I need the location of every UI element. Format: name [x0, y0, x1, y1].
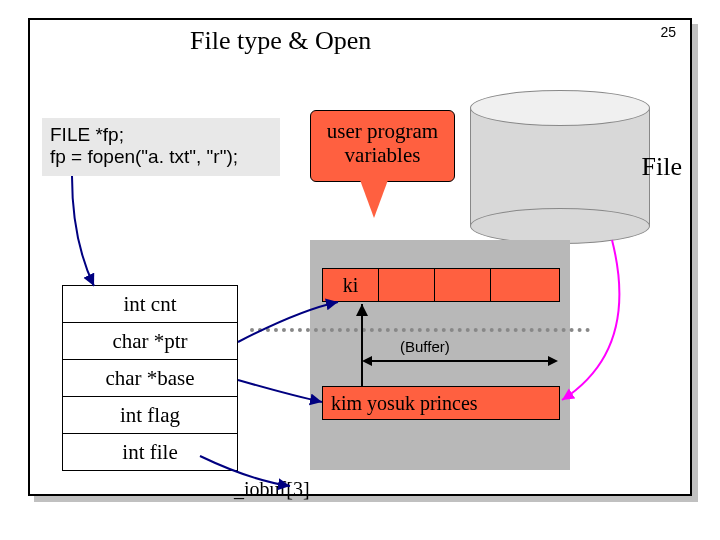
code-line-2: fp = fopen("a. txt", "r");	[50, 146, 272, 168]
kim-row: kim yosuk princes	[322, 386, 560, 420]
ki-row: ki	[322, 268, 560, 302]
struct-row-ptr: char *ptr	[62, 322, 238, 360]
callout-line-1: user program	[311, 119, 454, 143]
disk-cylinder	[470, 90, 650, 240]
code-box: FILE *fp; fp = fopen("a. txt", "r");	[42, 118, 280, 176]
struct-table: int cnt char *ptr char *base int flag in…	[62, 286, 238, 471]
callout-tail	[360, 180, 388, 218]
code-line-1: FILE *fp;	[50, 124, 272, 146]
double-arrow-icon	[370, 360, 550, 362]
page-number: 25	[660, 24, 676, 40]
slide-title: File type & Open	[190, 26, 371, 56]
struct-row-cnt: int cnt	[62, 285, 238, 323]
struct-row-file: int file	[62, 433, 238, 471]
buffer-label: (Buffer)	[400, 338, 450, 355]
callout-line-2: variables	[311, 143, 454, 167]
struct-row-flag: int flag	[62, 396, 238, 434]
dashed-line	[250, 328, 590, 332]
ki-cell: ki	[323, 269, 379, 301]
ki-cell-empty	[435, 269, 491, 301]
iobuf-label: _iobuf[3]	[234, 478, 310, 501]
struct-row-base: char *base	[62, 359, 238, 397]
ki-cell-empty	[491, 269, 553, 301]
file-label: File	[642, 152, 682, 182]
ki-cell-empty	[379, 269, 435, 301]
callout-balloon: user program variables	[310, 110, 455, 182]
